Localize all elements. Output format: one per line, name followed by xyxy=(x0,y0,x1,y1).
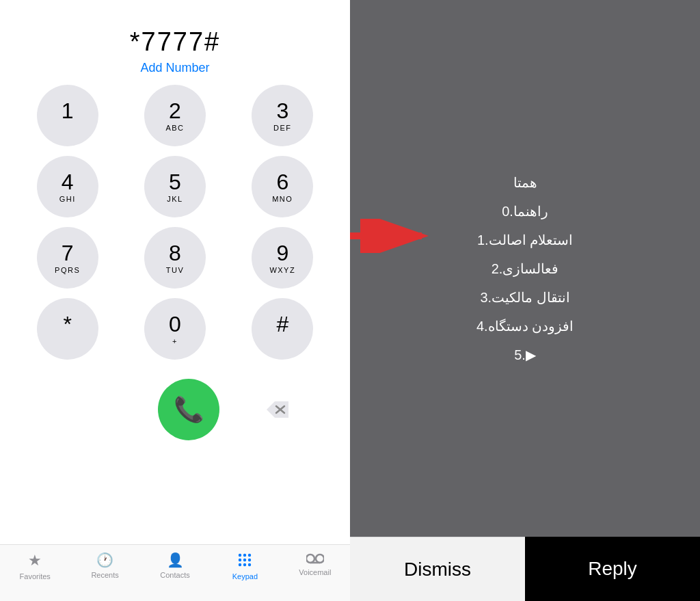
svg-point-4 xyxy=(248,554,251,557)
key-5[interactable]: 5 JKL xyxy=(144,156,206,217)
reply-button[interactable]: Reply xyxy=(525,537,700,601)
svg-point-12 xyxy=(316,555,324,563)
menu-line-3: فعالسازی.2 xyxy=(492,256,559,281)
nav-voicemail-label: Voicemail xyxy=(299,568,331,576)
svg-point-3 xyxy=(243,554,246,557)
key-0[interactable]: 0 + xyxy=(144,298,206,360)
dialer-display: *7777# Add Number xyxy=(130,27,220,75)
favorites-icon: ★ xyxy=(28,552,42,570)
menu-line-4: انتقال مالکیت.3 xyxy=(480,285,569,310)
nav-recents-label: Recents xyxy=(91,571,118,579)
nav-favorites-label: Favorites xyxy=(20,572,51,580)
menu-line-5: افزودن دستگاه.4 xyxy=(476,314,574,338)
voicemail-icon xyxy=(306,552,324,565)
call-button[interactable]: 📞 xyxy=(158,379,219,440)
nav-favorites[interactable]: ★ Favorites xyxy=(0,552,70,580)
key-6[interactable]: 6 MNO xyxy=(252,156,313,217)
recents-icon: 🕐 xyxy=(96,552,113,568)
key-3[interactable]: 3 DEF xyxy=(252,85,313,146)
notification-panel: همتا راهنما.0 استعلام اصالت.1 فعالسازی.2… xyxy=(350,0,700,601)
nav-keypad-label: Keypad xyxy=(232,572,258,580)
svg-point-6 xyxy=(243,559,246,561)
dismiss-button[interactable]: Dismiss xyxy=(350,537,525,601)
key-1[interactable]: 1 xyxy=(37,85,98,146)
bottom-nav: ★ Favorites 🕐 Recents 👤 Contacts Keyp xyxy=(0,544,350,601)
contacts-icon: 👤 xyxy=(167,552,184,568)
menu-line-6: ▶.5 xyxy=(514,343,536,367)
nav-contacts[interactable]: 👤 Contacts xyxy=(140,552,210,579)
key-9[interactable]: 9 WXYZ xyxy=(252,227,313,289)
keypad-row-4: * 0 + # xyxy=(0,298,350,360)
arrow-indicator xyxy=(343,219,432,256)
keypad-row-3: 7 PQRS 8 TUV 9 WXYZ xyxy=(0,227,350,289)
svg-point-9 xyxy=(243,563,246,566)
key-star[interactable]: * xyxy=(37,298,98,360)
menu-content: همتا راهنما.0 استعلام اصالت.1 فعالسازی.2… xyxy=(350,0,700,537)
nav-keypad[interactable]: Keypad xyxy=(210,552,280,580)
svg-point-8 xyxy=(239,563,241,566)
svg-point-5 xyxy=(239,559,241,561)
backspace-icon xyxy=(265,400,290,419)
action-buttons: Dismiss Reply xyxy=(350,537,700,601)
nav-recents[interactable]: 🕐 Recents xyxy=(70,552,139,579)
keypad-icon xyxy=(237,552,253,568)
nav-contacts-label: Contacts xyxy=(160,571,189,579)
key-8[interactable]: 8 TUV xyxy=(144,227,206,289)
key-4[interactable]: 4 GHI xyxy=(37,156,98,217)
key-7[interactable]: 7 PQRS xyxy=(37,227,98,289)
add-number-link[interactable]: Add Number xyxy=(130,61,220,75)
delete-button[interactable] xyxy=(260,392,295,427)
dialer-number: *7777# xyxy=(130,27,220,57)
key-2[interactable]: 2 ABC xyxy=(144,85,206,146)
svg-point-11 xyxy=(306,555,314,563)
svg-point-7 xyxy=(248,559,251,561)
keypad-row-1: 1 2 ABC 3 DEF xyxy=(0,85,350,146)
phone-icon: 📞 xyxy=(174,395,204,424)
menu-line-1: راهنما.0 xyxy=(502,199,548,224)
menu-line-0: همتا xyxy=(513,170,537,195)
dialer-panel: *7777# Add Number 1 2 ABC 3 DEF 4 GHI 5 … xyxy=(0,0,350,601)
svg-point-2 xyxy=(239,554,241,557)
keypad-row-2: 4 GHI 5 JKL 6 MNO xyxy=(0,156,350,217)
nav-voicemail[interactable]: Voicemail xyxy=(280,552,350,576)
menu-line-2: استعلام اصالت.1 xyxy=(477,228,573,252)
svg-point-10 xyxy=(248,563,251,566)
dialer-actions: 📞 xyxy=(0,379,350,440)
key-hash[interactable]: # xyxy=(252,298,313,360)
